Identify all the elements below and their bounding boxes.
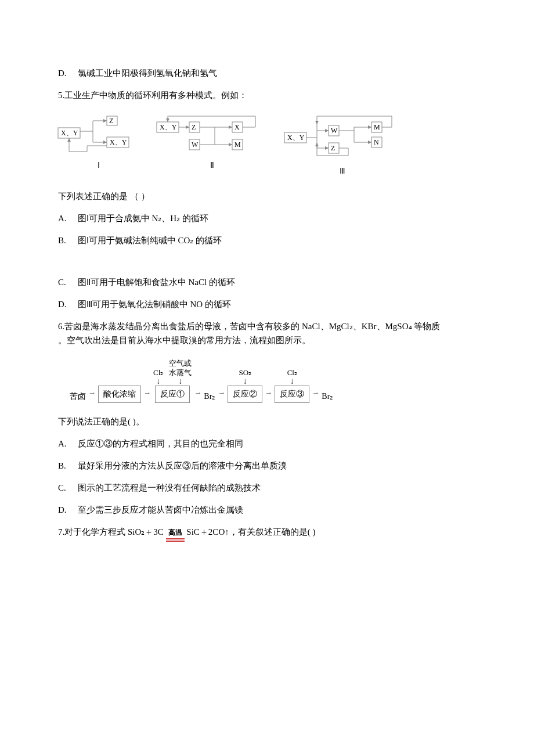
reaction-condition: 高温 xyxy=(166,527,185,538)
arrow-down-icon: ↓ xyxy=(290,377,294,386)
box-xy: X、Y xyxy=(61,129,78,137)
q6-flow-diagram: 苦卤 → 酸化浓缩 → Cl₂ ↓ 空气或 水蒸气 ↓ 反应① → Br₂ → … xyxy=(58,359,499,403)
box-w: W xyxy=(331,127,338,135)
q6-option-d: D. 至少需三步反应才能从苦卤中冶炼出金属镁 xyxy=(58,503,499,517)
flow-step3: 反应② xyxy=(228,386,262,403)
flow-step2: 反应① xyxy=(155,386,190,403)
q6-option-b: B. 最好采用分液的方法从反应③后的溶液中分离出单质溴 xyxy=(58,459,499,473)
svg-marker-12 xyxy=(229,125,232,129)
svg-marker-5 xyxy=(67,138,71,142)
option-text: 最好采用分液的方法从反应③后的溶液中分离出单质溴 xyxy=(78,461,287,470)
box-z: Z xyxy=(109,117,113,125)
box-xy2: X、Y xyxy=(110,138,127,146)
flow-mid1: Br₂ xyxy=(204,390,215,403)
flow-end: Br₂ xyxy=(322,390,333,403)
arrow-down-icon: ↓ xyxy=(178,377,182,386)
option-text: 氯碱工业中阳极得到氢氧化钠和氢气 xyxy=(78,69,217,78)
flow-in2: SO₂ xyxy=(239,368,251,377)
box-xy: X、Y xyxy=(160,123,177,131)
box-z: Z xyxy=(331,144,335,152)
svg-marker-11 xyxy=(186,125,189,129)
arrow-right-icon: → xyxy=(88,387,96,403)
flow-in1a: Cl₂ xyxy=(153,368,163,377)
q5-option-b: B. 图Ⅰ可用于氨碱法制纯碱中 CO₂ 的循环 xyxy=(58,233,499,247)
option-label: D. xyxy=(58,297,75,311)
q5-prompt: 下列表述正确的是 （ ） xyxy=(58,189,499,203)
diagram-1: X、Y Z X、Y Ⅰ xyxy=(58,114,139,172)
q6-stem-2: 。空气吹出法是目前从海水中提取溴的常用方法，流程如图所示。 xyxy=(58,336,311,345)
q6-option-c: C. 图示的工艺流程是一种没有任何缺陷的成熟技术 xyxy=(58,481,499,495)
arrow-down-icon: ↓ xyxy=(156,377,160,386)
q6-stem: 6.苦卤是海水蒸发结晶分离出食盐后的母液，苦卤中含有较多的 NaCl、MgCl₂… xyxy=(58,319,499,347)
option-label: A. xyxy=(58,211,75,225)
q5-option-d: D. 图Ⅲ可用于氨氧化法制硝酸中 NO 的循环 xyxy=(58,297,499,311)
option-text: 图Ⅲ可用于氨氧化法制硝酸中 NO 的循环 xyxy=(78,300,231,309)
box-xy: X、Y xyxy=(287,134,305,142)
option-text: 反应①③的方程式相同，其目的也完全相同 xyxy=(78,439,243,448)
q7-stem: 7.对于化学方程式 SiO₂＋3C 高温 SiC＋2CO↑，有关叙述正确的是( … xyxy=(58,525,499,539)
box-m: M xyxy=(374,123,380,131)
box-m: M xyxy=(234,141,241,149)
svg-marker-23 xyxy=(368,141,371,144)
option-text: 图示的工艺流程是一种没有任何缺陷的成熟技术 xyxy=(78,483,261,492)
q5-option-c: C. 图Ⅱ可用于电解饱和食盐水中 NaCl 的循环 xyxy=(58,275,499,289)
flow-in1b-2: 水蒸气 xyxy=(169,368,192,377)
flow-step1: 酸化浓缩 xyxy=(98,386,141,403)
option-label: C. xyxy=(58,275,75,289)
box-x: X xyxy=(234,123,240,131)
svg-marker-13 xyxy=(229,143,232,146)
svg-marker-21 xyxy=(325,146,329,150)
q7-stem-pre: 7.对于化学方程式 SiO₂＋3C xyxy=(58,527,164,537)
option-label: B. xyxy=(58,459,75,473)
diagram-3: X、Y W Z M N xyxy=(284,114,400,178)
q5-option-a: A. 图Ⅰ可用于合成氨中 N₂、H₂ 的循环 xyxy=(58,211,499,225)
flow-step4: 反应③ xyxy=(275,386,309,403)
flow-in1b-1: 空气或 xyxy=(169,359,192,368)
arrow-right-icon: → xyxy=(218,387,225,403)
svg-marker-4 xyxy=(103,141,107,144)
option-text: 图Ⅱ可用于电解饱和食盐水中 NaCl 的循环 xyxy=(78,278,235,287)
box-z: Z xyxy=(192,123,196,131)
arrow-right-icon: → xyxy=(194,387,201,403)
q6-option-a: A. 反应①③的方程式相同，其目的也完全相同 xyxy=(58,437,499,451)
q4-option-d: D. 氯碱工业中阳极得到氢氧化钠和氢气 xyxy=(58,66,499,80)
option-label: C. xyxy=(58,481,75,495)
arrow-down-icon: ↓ xyxy=(243,377,247,386)
diagram-3-label: Ⅲ xyxy=(340,165,345,178)
q5-diagram: X、Y Z X、Y Ⅰ X、Y Z W xyxy=(58,114,499,178)
arrow-right-icon: → xyxy=(143,387,151,403)
q6-prompt: 下列说法正确的是( )。 xyxy=(58,415,499,429)
flow-start: 苦卤 xyxy=(70,390,86,403)
option-label: D. xyxy=(58,66,75,80)
diagram-2-label: Ⅱ xyxy=(210,159,214,172)
q7-stem-post: SiC＋2CO↑，有关叙述正确的是( ) xyxy=(186,527,315,537)
svg-marker-25 xyxy=(315,121,319,124)
option-label: A. xyxy=(58,437,75,451)
q6-stem-1: 6.苦卤是海水蒸发结晶分离出食盐后的母液，苦卤中含有较多的 NaCl、MgCl₂… xyxy=(58,322,440,331)
diagram-1-label: Ⅰ xyxy=(98,159,100,172)
option-label: D. xyxy=(58,503,75,517)
svg-marker-20 xyxy=(325,129,329,132)
option-text: 至少需三步反应才能从苦卤中冶炼出金属镁 xyxy=(78,505,243,514)
q5-stem: 5.工业生产中物质的循环利用有多种模式。例如： xyxy=(58,88,499,102)
arrow-right-icon: → xyxy=(312,387,319,403)
box-n: N xyxy=(374,138,379,146)
svg-marker-24 xyxy=(315,143,319,146)
option-text: 图Ⅰ可用于合成氨中 N₂、H₂ 的循环 xyxy=(78,214,208,223)
option-text: 图Ⅰ可用于氨碱法制纯碱中 CO₂ 的循环 xyxy=(78,236,222,245)
diagram-2: X、Y Z W X M Ⅱ xyxy=(157,114,267,172)
option-label: B. xyxy=(58,233,75,247)
svg-marker-14 xyxy=(166,118,169,122)
box-w: W xyxy=(192,141,199,149)
svg-marker-3 xyxy=(103,119,107,123)
svg-marker-22 xyxy=(368,125,371,129)
arrow-right-icon: → xyxy=(265,387,272,403)
flow-in3: Cl₂ xyxy=(287,368,297,377)
